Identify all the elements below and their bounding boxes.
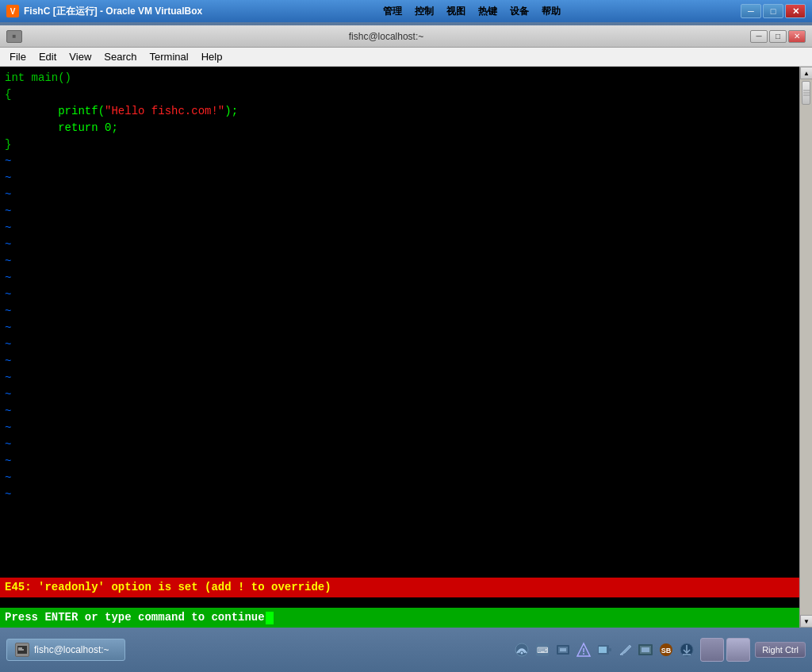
right-ctrl-label: Right Ctrl	[762, 645, 799, 655]
tilde-4: ~	[5, 203, 795, 220]
workspace-2[interactable]	[726, 638, 750, 662]
workspace-1[interactable]	[700, 638, 724, 662]
tray-icon-8[interactable]: SB	[657, 641, 675, 659]
taskbar-right: ⌨	[513, 638, 806, 662]
code-line-2: {	[5, 86, 795, 103]
menu-help[interactable]: Help	[195, 49, 229, 64]
taskbar-terminal-icon	[15, 643, 29, 657]
titlebar-left: V FishC [正在运行] - Oracle VM VirtualBox	[6, 5, 202, 18]
code-line-3: printf("Hello fishc.com!");	[5, 103, 795, 120]
scroll-grip	[803, 90, 810, 96]
menu-control[interactable]: 控制	[408, 3, 440, 20]
tray-icon-5[interactable]	[596, 641, 613, 659]
terminal-maximize[interactable]: □	[769, 30, 787, 43]
tilde-13: ~	[5, 353, 795, 370]
svg-rect-37	[642, 647, 649, 652]
tilde-11: ~	[5, 320, 795, 336]
tilde-2: ~	[5, 170, 795, 186]
tray-icon-3[interactable]	[554, 641, 572, 659]
tilde-15: ~	[5, 386, 795, 403]
svg-rect-32	[609, 648, 611, 651]
win-titlebar: V FishC [正在运行] - Oracle VM VirtualBox 管理…	[0, 0, 812, 22]
tilde-5: ~	[5, 220, 795, 236]
gnome-taskbar: fishc@localhost:~ ⌨	[0, 628, 812, 672]
scroll-thumb[interactable]	[802, 81, 810, 105]
code-line-4: return 0;	[5, 120, 795, 136]
tilde-7: ~	[5, 253, 795, 270]
tray-icon-2[interactable]: ⌨	[534, 641, 551, 659]
system-tray-bottom: ⌨	[513, 641, 695, 659]
tilde-1: ~	[5, 153, 795, 170]
menu-terminal[interactable]: Terminal	[144, 49, 195, 64]
win-menubar: 管理 控制 视图 热键 设备 帮助	[373, 2, 570, 20]
svg-text:⌨: ⌨	[537, 646, 548, 655]
menu-edit[interactable]: Edit	[33, 49, 63, 64]
taskbar-item-label: fishc@localhost:~	[34, 644, 109, 655]
menu-hotkey[interactable]: 热键	[472, 3, 504, 20]
tray-icon-4[interactable]	[575, 641, 592, 659]
tilde-18: ~	[5, 436, 795, 453]
tilde-14: ~	[5, 370, 795, 386]
tilde-6: ~	[5, 236, 795, 253]
continue-message: Press ENTER or type command to continue	[5, 609, 265, 626]
continue-status: Press ENTER or type command to continue	[0, 608, 799, 628]
scrollbar[interactable]: ▲ ▼	[799, 67, 812, 628]
tilde-20: ~	[5, 470, 795, 486]
maximize-button[interactable]: □	[763, 4, 783, 18]
terminal-content[interactable]: int main() { printf("Hello fishc.com!");…	[0, 67, 799, 628]
scroll-up[interactable]: ▲	[800, 67, 812, 79]
scroll-track[interactable]	[800, 79, 812, 615]
error-message: E45: 'readonly' option is set (add ! to …	[5, 581, 331, 593]
terminal-icon: ■	[6, 30, 22, 43]
svg-point-22	[521, 652, 523, 655]
workspace-switcher	[700, 638, 750, 662]
tilde-9: ~	[5, 286, 795, 303]
terminal-menubar: File Edit View Search Terminal Help	[0, 48, 812, 67]
code-line-5: }	[5, 136, 795, 153]
titlebar-controls: ─ □ ✕	[741, 4, 806, 18]
menu-manage[interactable]: 管理	[377, 3, 408, 20]
menu-search[interactable]: Search	[98, 49, 143, 64]
tray-download-icon[interactable]	[678, 641, 695, 659]
code-line-1: int main()	[5, 70, 795, 86]
svg-text:SB: SB	[661, 647, 672, 655]
terminal-window: ■ fishc@localhost:~ ─ □ ✕ File Edit View…	[0, 25, 812, 628]
terminal-minimize[interactable]: ─	[750, 30, 768, 43]
tilde-3: ~	[5, 186, 795, 203]
tray-icon-7[interactable]	[637, 641, 654, 659]
tilde-12: ~	[5, 336, 795, 353]
tilde-17: ~	[5, 420, 795, 436]
menu-view[interactable]: View	[63, 49, 98, 64]
virtualbox-icon: V	[6, 5, 19, 17]
svg-rect-33	[599, 647, 607, 653]
svg-point-30	[583, 653, 584, 655]
terminal-controls: ─ □ ✕	[750, 30, 806, 43]
taskbar-terminal-item[interactable]: fishc@localhost:~	[6, 639, 125, 661]
svg-rect-27	[560, 648, 566, 651]
tilde-16: ~	[5, 403, 795, 420]
menu-help[interactable]: 帮助	[535, 3, 567, 20]
close-button[interactable]: ✕	[785, 4, 806, 18]
minimize-button[interactable]: ─	[741, 4, 761, 18]
tray-edit-icon[interactable]	[616, 641, 634, 659]
terminal-titlebar: ■ fishc@localhost:~ ─ □ ✕	[0, 25, 812, 48]
taskbar-left: fishc@localhost:~	[6, 639, 125, 661]
menu-file[interactable]: File	[3, 49, 33, 64]
error-status: E45: 'readonly' option is set (add ! to …	[0, 578, 799, 597]
tilde-19: ~	[5, 453, 795, 470]
cursor	[266, 612, 274, 624]
scroll-down[interactable]: ▼	[800, 615, 812, 628]
right-ctrl-button[interactable]: Right Ctrl	[755, 642, 806, 658]
terminal-close[interactable]: ✕	[788, 30, 806, 43]
tilde-21: ~	[5, 486, 795, 503]
tilde-8: ~	[5, 270, 795, 286]
menu-device[interactable]: 设备	[504, 3, 535, 20]
terminal-title: fishc@localhost:~	[22, 31, 750, 42]
window-title: FishC [正在运行] - Oracle VM VirtualBox	[24, 5, 202, 18]
menu-view[interactable]: 视图	[440, 3, 472, 20]
tray-network[interactable]	[513, 641, 530, 659]
tilde-10: ~	[5, 303, 795, 320]
